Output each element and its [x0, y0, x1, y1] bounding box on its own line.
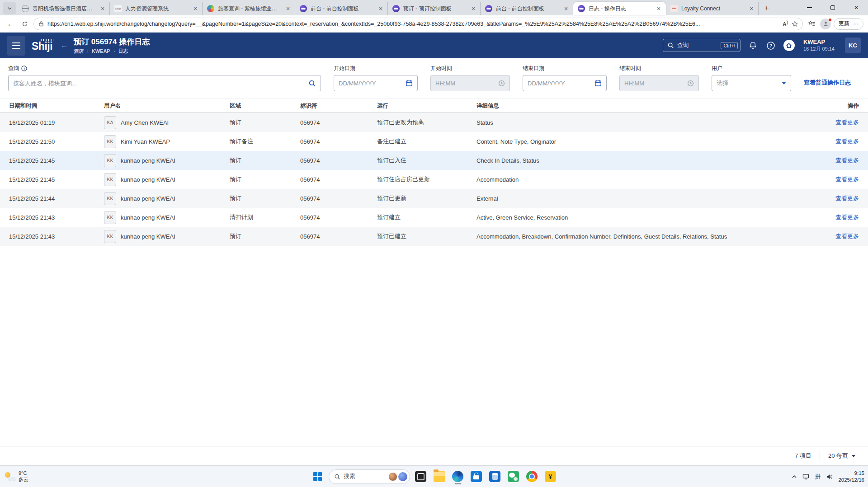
- tab-close-icon[interactable]: ✕: [377, 5, 384, 12]
- ep-icon: [392, 5, 400, 12]
- col-area: 区域: [230, 102, 300, 110]
- view-general-log-link[interactable]: 查看普通操作日志: [804, 79, 851, 91]
- table-row: 16/12/2025 01:19 KA Amy Chen KWEAI 预订 05…: [0, 113, 868, 132]
- taskbar-app-button[interactable]: [469, 469, 484, 484]
- update-label: 更新: [839, 20, 849, 28]
- lock-icon: [38, 21, 44, 27]
- ep-icon: [485, 5, 492, 12]
- tab-close-icon[interactable]: ✕: [655, 5, 662, 12]
- view-more-link[interactable]: 查看更多: [835, 233, 859, 239]
- search-icon[interactable]: [308, 80, 316, 87]
- taskbar-app-button[interactable]: [432, 469, 447, 484]
- browser-tab[interactable]: 日志 - 操作日志 ✕: [573, 2, 666, 15]
- query-input[interactable]: [13, 80, 305, 87]
- chevron-down-icon: [782, 82, 786, 84]
- back-arrow-icon[interactable]: ←: [61, 41, 68, 50]
- global-search-input[interactable]: 查询 Ctrl+/: [663, 39, 741, 52]
- favorite-star-icon[interactable]: [792, 21, 798, 27]
- tab-close-icon[interactable]: ✕: [562, 5, 570, 12]
- page-size-select[interactable]: 20 每页: [828, 452, 855, 460]
- filter-user: 用户 选择: [712, 65, 791, 91]
- notifications-bell-icon[interactable]: [748, 41, 758, 51]
- chevron-up-icon[interactable]: [792, 474, 797, 479]
- user-select[interactable]: 选择: [712, 75, 791, 91]
- taskbar-app-button[interactable]: [450, 469, 466, 484]
- app-header: Shiji ← 预订 056974 操作日志 酒店 › KWEAP › 日志 查…: [0, 33, 868, 58]
- taskbar-app-button[interactable]: [487, 469, 503, 484]
- end-date-input[interactable]: [528, 80, 591, 87]
- browser-tab[interactable]: 人力资源管理系统 ✕: [110, 2, 203, 15]
- profile-avatar[interactable]: [820, 19, 831, 29]
- back-button[interactable]: ←: [5, 18, 16, 30]
- home-icon[interactable]: [783, 40, 795, 51]
- view-more-link[interactable]: 查看更多: [835, 157, 859, 164]
- browser-tab[interactable]: 预订 - 预订控制面板 ✕: [388, 2, 481, 15]
- user-name: Amy Chen KWEAI: [121, 119, 169, 126]
- ime-indicator[interactable]: 拼: [815, 473, 821, 481]
- display-network-icon[interactable]: [802, 474, 809, 480]
- browser-tab[interactable]: 前台 - 前台控制面板 ✕: [481, 2, 573, 15]
- new-tab-button[interactable]: +: [760, 2, 773, 14]
- pagination-bar: 7 项目 20 每页: [0, 446, 868, 466]
- volume-icon[interactable]: [826, 474, 833, 480]
- tab-close-icon[interactable]: ✕: [284, 5, 292, 12]
- taskbar-app-button[interactable]: [506, 469, 521, 484]
- view-more-link[interactable]: 查看更多: [835, 119, 859, 126]
- clock-time: 9:15: [854, 470, 864, 477]
- view-more-link[interactable]: 查看更多: [835, 214, 859, 221]
- cell-area: 预订备注: [230, 137, 300, 145]
- taskbar-app-button[interactable]: [524, 469, 540, 484]
- breadcrumb-item[interactable]: KWEAP: [92, 48, 110, 54]
- calendar-icon[interactable]: [406, 80, 413, 87]
- end-time-input[interactable]: [624, 80, 684, 87]
- property-info[interactable]: KWEAP 16 12月 09:14: [803, 38, 835, 52]
- address-bar[interactable]: https://cn1.web.ep.shiji.world/changelog…: [33, 18, 803, 30]
- browser-tab[interactable]: 前台 - 前台控制面板 ✕: [295, 2, 388, 15]
- menu-button[interactable]: [7, 36, 25, 56]
- taskbar-weather[interactable]: 9°C 多云: [5, 470, 28, 483]
- col-details: 详细信息: [476, 102, 800, 110]
- view-more-link[interactable]: 查看更多: [835, 138, 859, 145]
- browser-update-button[interactable]: 更新 ⋯: [834, 18, 863, 30]
- tab-close-icon[interactable]: ✕: [99, 5, 106, 12]
- breadcrumb-item[interactable]: 酒店: [74, 48, 84, 55]
- tab-search-button[interactable]: [3, 2, 16, 14]
- start-button[interactable]: [310, 469, 326, 484]
- more-menu-icon[interactable]: ⋯: [853, 21, 859, 27]
- start-date-input[interactable]: [339, 80, 402, 87]
- tabs-container: 贵阳机场智选假日酒店系统 ✕ 人力资源管理系统 ✕ 旅客查询 - 紫楠旅馆业治安…: [17, 2, 759, 15]
- read-aloud-icon[interactable]: A): [783, 20, 788, 28]
- tab-title: 贵阳机场智选假日酒店系统: [33, 5, 95, 13]
- taskbar-app-button[interactable]: [413, 469, 429, 484]
- start-time-input[interactable]: [435, 80, 495, 87]
- refresh-button[interactable]: [19, 18, 31, 30]
- tab-title: 旅客查询 - 紫楠旅馆业治安: [218, 5, 281, 13]
- browser-tab[interactable]: 旅客查询 - 紫楠旅馆业治安 ✕: [203, 2, 295, 15]
- table-row: 15/12/2025 21:44 KK kunhao peng KWEAI 预订…: [0, 189, 868, 208]
- window-minimize-button[interactable]: [797, 0, 821, 15]
- breadcrumb-item[interactable]: 日志: [118, 48, 128, 55]
- info-icon[interactable]: [21, 66, 27, 71]
- col-identifier: 标识符: [300, 102, 377, 110]
- tab-close-icon[interactable]: ✕: [192, 5, 199, 12]
- window-maximize-button[interactable]: [821, 0, 844, 15]
- browser-tab[interactable]: 贵阳机场智选假日酒店系统 ✕: [17, 2, 110, 15]
- view-more-link[interactable]: 查看更多: [835, 176, 859, 183]
- tab-close-icon[interactable]: ✕: [748, 5, 755, 12]
- cell-area: 预订: [230, 232, 300, 240]
- filter-start-date: 开始日期: [334, 65, 418, 91]
- browser-tab[interactable]: Loyalty Connect ✕: [666, 2, 759, 15]
- tab-title: 日志 - 操作日志: [589, 5, 651, 13]
- collections-icon[interactable]: [806, 18, 817, 30]
- user-name: kunhao peng KWEAI: [121, 214, 175, 221]
- help-icon[interactable]: ?: [766, 41, 776, 51]
- taskbar-clock[interactable]: 9:15 2025/12/16: [838, 470, 864, 483]
- window-close-button[interactable]: ✕: [844, 0, 868, 15]
- taskbar-search-box[interactable]: 搜索: [329, 469, 410, 484]
- calendar-icon[interactable]: [594, 80, 602, 87]
- tab-close-icon[interactable]: ✕: [470, 5, 477, 12]
- user-avatar[interactable]: KC: [845, 38, 861, 53]
- view-more-link[interactable]: 查看更多: [835, 195, 859, 202]
- taskbar-app-button[interactable]: [543, 469, 558, 484]
- cell-operation: 预订已建立: [377, 232, 476, 240]
